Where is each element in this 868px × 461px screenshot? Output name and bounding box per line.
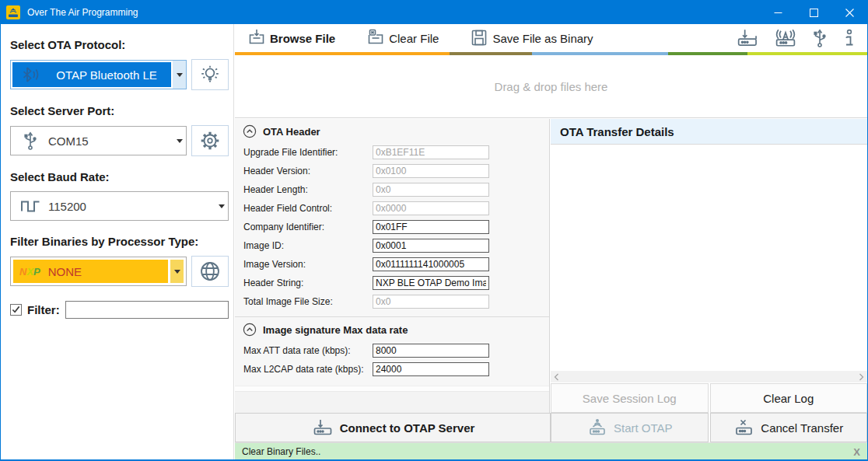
- image-version-input[interactable]: [373, 257, 489, 271]
- chevron-down-icon[interactable]: [170, 260, 184, 283]
- info-icon: [841, 27, 858, 49]
- collapse-icon[interactable]: [243, 124, 257, 138]
- port-value: COM15: [48, 134, 89, 148]
- check-icon: [12, 306, 20, 314]
- processor-select[interactable]: NXP NONE: [10, 257, 187, 286]
- field-label: Max ATT data rate (kbps):: [243, 345, 351, 356]
- field-row: Header String:: [235, 274, 549, 292]
- sidebar: Select OTA Protocol: OTAP Bluetooth LE: [1, 24, 234, 459]
- header-version-input[interactable]: [373, 164, 489, 178]
- baud-select[interactable]: 115200: [10, 191, 229, 221]
- browse-file-icon: [246, 28, 268, 48]
- field-row: Image ID:: [235, 236, 549, 255]
- window-controls: [760, 1, 867, 24]
- save-session-log-label: Save Session Log: [583, 392, 677, 405]
- maximize-button[interactable]: [796, 1, 831, 24]
- info-button[interactable]: [841, 27, 858, 49]
- status-close-button[interactable]: X: [853, 446, 860, 458]
- upgrade-file-identifier-input[interactable]: [373, 145, 489, 159]
- hints-button[interactable]: [191, 59, 229, 90]
- wireless-device-icon: [772, 28, 799, 48]
- load-to-device-button[interactable]: [737, 28, 761, 48]
- drop-zone-text: Drag & drop files here: [495, 80, 608, 93]
- app-icon: [6, 5, 20, 19]
- company-identifier-input[interactable]: [373, 220, 489, 234]
- close-icon: [845, 9, 854, 17]
- scroll-left-icon[interactable]: [554, 373, 559, 381]
- browse-file-button[interactable]: Browse File: [246, 28, 335, 48]
- port-settings-button[interactable]: [191, 125, 229, 156]
- processor-value: NONE: [48, 265, 82, 278]
- bluetooth-icon: [12, 65, 48, 84]
- collapse-icon[interactable]: [243, 323, 257, 337]
- chevron-down-icon[interactable]: [215, 192, 228, 220]
- transfer-log: [551, 145, 867, 371]
- connect-otap-server-button[interactable]: Connect to OTAP Server: [235, 413, 551, 442]
- wireless-device-button[interactable]: [772, 28, 799, 48]
- drop-zone[interactable]: Drag & drop files here: [235, 55, 867, 118]
- filter-input[interactable]: [65, 301, 229, 319]
- waveform-icon: [12, 196, 48, 216]
- field-label: Header Length:: [243, 184, 308, 195]
- ota-form-panel: OTA Header Upgrade File Identifier: Head…: [235, 119, 550, 413]
- field-row: Header Field Control:: [235, 199, 549, 218]
- ota-header-title: OTA Header: [263, 126, 320, 138]
- browse-online-button[interactable]: [191, 256, 229, 287]
- clear-file-button[interactable]: Clear File: [365, 28, 439, 48]
- field-row: Max ATT data rate (kbps):: [235, 341, 549, 360]
- nxp-letter-p: P: [33, 266, 40, 278]
- nxp-logo: NXP: [19, 266, 40, 278]
- minimize-icon: [774, 9, 782, 17]
- start-otap-button[interactable]: Start OTAP: [551, 413, 709, 442]
- total-image-size-input[interactable]: [373, 295, 489, 309]
- chevron-down-icon[interactable]: [173, 127, 186, 155]
- field-label: Header Version:: [243, 166, 310, 176]
- cancel-transfer-label: Cancel Transfer: [761, 421, 843, 435]
- connect-icon: [311, 418, 334, 437]
- max-att-rate-input[interactable]: [373, 344, 489, 358]
- protocol-select[interactable]: OTAP Bluetooth LE: [10, 60, 187, 89]
- chevron-down-icon[interactable]: [173, 61, 186, 89]
- scroll-right-icon[interactable]: [859, 373, 864, 381]
- clear-log-button[interactable]: Clear Log: [710, 383, 868, 413]
- header-field-control-input[interactable]: [373, 201, 489, 215]
- maximize-icon: [810, 9, 818, 17]
- protocol-value: OTAP Bluetooth LE: [48, 68, 171, 82]
- field-label: Image Version:: [243, 259, 306, 270]
- signature-title: Image signature Max data rate: [263, 324, 408, 336]
- field-label: Header Field Control:: [243, 203, 332, 214]
- cancel-transfer-button[interactable]: Cancel Transfer: [710, 413, 868, 442]
- baud-value: 115200: [48, 200, 86, 213]
- clear-log-label: Clear Log: [763, 392, 814, 405]
- header-length-input[interactable]: [373, 183, 489, 197]
- window-title: Over The Air Programming: [27, 7, 138, 18]
- clear-file-label: Clear File: [389, 32, 439, 45]
- header-string-input[interactable]: [373, 276, 489, 290]
- start-otap-label: Start OTAP: [614, 421, 673, 435]
- globe-icon: [198, 260, 222, 283]
- close-button[interactable]: [831, 1, 867, 24]
- processor-label: Filter Binaries by Processor Type:: [10, 235, 229, 248]
- field-label: Total Image File Size:: [243, 296, 333, 307]
- nxp-letter-n: N: [19, 266, 26, 278]
- image-id-input[interactable]: [373, 239, 489, 253]
- status-message: Clear Binary Files..: [242, 446, 320, 457]
- filter-checkbox[interactable]: [10, 304, 22, 316]
- port-select[interactable]: COM15: [10, 126, 187, 155]
- field-row: Header Version:: [235, 162, 549, 180]
- horizontal-scrollbar[interactable]: [551, 371, 867, 382]
- save-session-log-button[interactable]: Save Session Log: [551, 383, 709, 413]
- protocol-label: Select OTA Protocol:: [10, 38, 229, 51]
- field-label: Image ID:: [243, 240, 284, 251]
- max-l2cap-rate-input[interactable]: [373, 362, 489, 376]
- usb-device-button[interactable]: [810, 27, 830, 49]
- transfer-panel-header: OTA Transfer Details: [551, 119, 867, 145]
- minimize-button[interactable]: [760, 1, 796, 24]
- usb-icon: [12, 130, 48, 152]
- transfer-panel-title: OTA Transfer Details: [560, 125, 674, 138]
- gear-icon: [199, 130, 221, 152]
- filter-label: Filter:: [27, 303, 60, 316]
- save-binary-button[interactable]: Save File as Binary: [468, 28, 593, 48]
- field-row: Max L2CAP data rate (kbps):: [235, 360, 549, 379]
- baud-label: Select Baud Rate:: [10, 170, 229, 183]
